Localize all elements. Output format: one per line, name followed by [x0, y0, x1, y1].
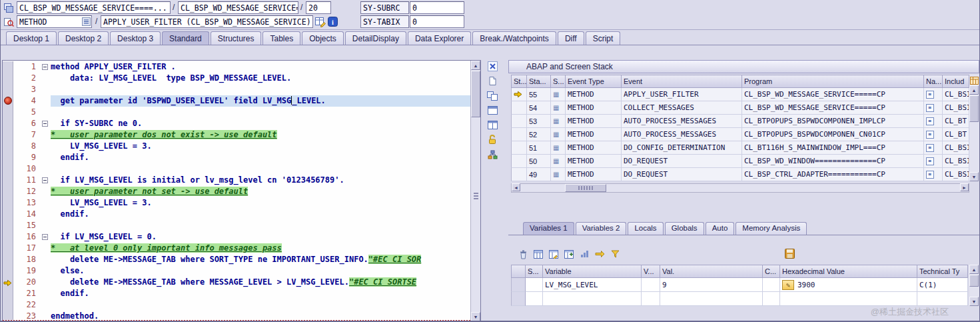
variables-column-v[interactable]: V...	[642, 265, 660, 278]
tab-break-watchpoints[interactable]: Break./Watchpoints	[472, 31, 556, 45]
line-gutter[interactable]	[3, 243, 13, 254]
code-line[interactable]: 20 delete ME->MESSAGE_TAB where MESSAGE_…	[3, 277, 470, 288]
stack-cell-navigate[interactable]: ≡	[924, 101, 943, 115]
scroll-down-icon[interactable]: ▼	[969, 297, 979, 306]
code-line[interactable]: 8 LV_MSG_LEVEL = 3.	[3, 141, 470, 152]
stack-row[interactable]: 55▦METHODAPPLY_USER_FILTERCL_BSP_WD_MESS…	[511, 88, 969, 101]
code-text[interactable]: endif.	[51, 288, 470, 299]
code-text[interactable]	[51, 163, 470, 175]
scrollbar-thumb[interactable]	[471, 71, 480, 117]
tab-standard[interactable]: Standard	[162, 31, 209, 45]
variables-column-change[interactable]: C...	[763, 265, 780, 278]
variables-column-hex[interactable]: Hexadecimal Value	[780, 265, 917, 278]
stack-column-program[interactable]: Program	[742, 75, 924, 88]
code-line[interactable]: 5	[3, 107, 470, 118]
variables-column-variable[interactable]: Variable	[543, 265, 642, 278]
variables-tab-variables-2[interactable]: Variables 2	[576, 222, 627, 235]
add-column-icon[interactable]	[564, 249, 574, 259]
stack-vertical-scrollbar[interactable]: ▲ ▼	[969, 75, 979, 181]
main-program-field[interactable]: CL_BSP_WD_MESSAGE_SERVICE====...	[17, 1, 171, 14]
code-text[interactable]: delete ME->MESSAGE_TAB where SORT_TYPE n…	[51, 254, 470, 265]
stack-horizontal-scrollbar[interactable]: ◄ ►	[511, 183, 969, 193]
scrollbar-thumb[interactable]	[969, 95, 979, 122]
code-line[interactable]: 1method APPLY_USER_FILTER .	[3, 61, 470, 73]
tab-tables[interactable]: Tables	[262, 31, 300, 45]
code-line[interactable]: 21 endif.	[3, 288, 470, 299]
unlock-icon[interactable]	[486, 134, 498, 145]
stack-row[interactable]: 50▦METHODDO_REQUESTCL_BSP_WD_WINDOW=====…	[511, 155, 969, 168]
scroll-up-icon[interactable]: ▲	[471, 61, 480, 70]
code-line[interactable]: 9 endif.	[3, 152, 470, 163]
variables-tab-variables-1[interactable]: Variables 1	[523, 222, 574, 235]
line-gutter[interactable]	[3, 129, 13, 141]
stack-row[interactable]: 52▦METHODAUTO_PROCESS_MESSAGESCL_BTPOPUP…	[511, 128, 969, 141]
scroll-down-icon[interactable]: ▼	[969, 172, 979, 181]
stack-row[interactable]: 54▦METHODCOLLECT_MESSAGESCL_BSP_WD_MESSA…	[511, 101, 969, 115]
stack-column-event[interactable]: Event	[622, 75, 742, 88]
variables-column-value[interactable]: Val.	[660, 265, 763, 278]
stack-cell-navigate[interactable]: ≡	[924, 128, 943, 141]
line-gutter[interactable]	[3, 209, 13, 220]
edit-value-icon[interactable]: ✎	[782, 280, 794, 290]
navigate-icon[interactable]: ≡	[926, 171, 934, 179]
sy-subrc-value[interactable]: 0	[410, 1, 464, 14]
scroll-up-icon[interactable]: ▲	[969, 265, 979, 274]
stack-column-status[interactable]: St...	[511, 75, 527, 88]
variables-tab-globals[interactable]: Globals	[665, 222, 704, 235]
stack-row[interactable]: 49▦METHODDO_REQUESTCL_BSP_CTRL_ADAPTER==…	[511, 168, 969, 181]
dropdown-icon[interactable]	[82, 17, 91, 26]
code-line[interactable]: 12* user parameter not set -> use defaul…	[3, 186, 470, 197]
line-gutter[interactable]	[3, 84, 13, 95]
change-display-icon[interactable]	[314, 16, 326, 27]
variable-row[interactable]: LV_MSG_LEVEL9✎3900C(1)	[511, 278, 968, 292]
variables-tab-locals[interactable]: Locals	[628, 222, 663, 235]
code-text[interactable]: if LV_MSG_LEVEL = 0.	[51, 231, 470, 243]
tab-data-explorer[interactable]: Data Explorer	[408, 31, 471, 45]
scroll-down-icon[interactable]: ▼	[471, 312, 480, 321]
line-gutter[interactable]	[3, 311, 13, 320]
variables-vertical-scrollbar[interactable]: ▲ ▼	[969, 265, 979, 306]
code-line[interactable]: 10	[3, 163, 470, 175]
code-text[interactable]: * user parameter dos not exist -> use de…	[51, 129, 470, 141]
navigate-icon[interactable]: ≡	[926, 157, 934, 165]
line-gutter[interactable]	[3, 265, 13, 277]
arrange-windows-icon[interactable]	[486, 119, 498, 131]
stack-column-navigate[interactable]: Na...	[924, 75, 943, 88]
tab-detaildisplay[interactable]: DetailDisplay	[345, 31, 406, 45]
tab-desktop-3[interactable]: Desktop 3	[110, 31, 161, 45]
navigate-icon[interactable]: ≡	[926, 91, 934, 99]
code-line[interactable]: 23endmethod.	[3, 311, 470, 320]
tab-desktop-1[interactable]: Desktop 1	[6, 31, 57, 45]
code-text[interactable]	[51, 107, 470, 118]
code-text[interactable]: endif.	[51, 152, 470, 163]
code-line[interactable]: 22	[3, 299, 470, 311]
navigate-icon[interactable]: ≡	[926, 144, 934, 152]
code-text[interactable]: LV_MSG_LEVEL = 3.	[51, 141, 470, 152]
code-text[interactable]: endif.	[51, 209, 470, 220]
line-gutter[interactable]	[3, 141, 13, 152]
stack-column-type-icon[interactable]: S...	[551, 75, 566, 88]
variables-tab-memory-analysis[interactable]: Memory Analysis	[735, 222, 807, 235]
tab-objects[interactable]: Objects	[302, 31, 344, 45]
line-gutter[interactable]	[3, 73, 13, 84]
line-gutter[interactable]	[3, 288, 13, 299]
code-line[interactable]: 18 delete ME->MESSAGE_TAB where SORT_TYP…	[3, 254, 470, 265]
variables-tab-auto[interactable]: Auto	[706, 222, 735, 235]
tab-desktop-2[interactable]: Desktop 2	[58, 31, 109, 45]
table-view-icon[interactable]	[533, 249, 544, 259]
code-text[interactable]: data: LV_MSG_LEVEL type BSP_WD_MESSAGE_L…	[51, 73, 470, 84]
scrollbar-thumb[interactable]	[969, 275, 979, 287]
new-session-icon[interactable]	[486, 75, 498, 87]
variables-column-s[interactable]: S...	[526, 265, 543, 278]
code-text[interactable]: if SY-SUBRC ne 0.	[51, 118, 470, 129]
line-number-field[interactable]: 20	[306, 1, 331, 14]
scroll-left-icon[interactable]: ◄	[512, 183, 520, 191]
code-line[interactable]: 14 endif.	[3, 209, 470, 220]
line-gutter[interactable]	[3, 299, 13, 311]
code-text[interactable]: delete ME->MESSAGE_TAB where MESSAGE_LEV…	[51, 277, 470, 288]
stack-column-level[interactable]: Sta...	[527, 75, 551, 88]
delete-icon[interactable]	[518, 249, 528, 259]
line-gutter[interactable]	[3, 61, 13, 73]
code-text[interactable]: * user parameter not set -> use default	[51, 186, 470, 197]
code-text[interactable]: get parameter id 'BSPWD_USER_LEVEL' fiel…	[51, 95, 470, 107]
